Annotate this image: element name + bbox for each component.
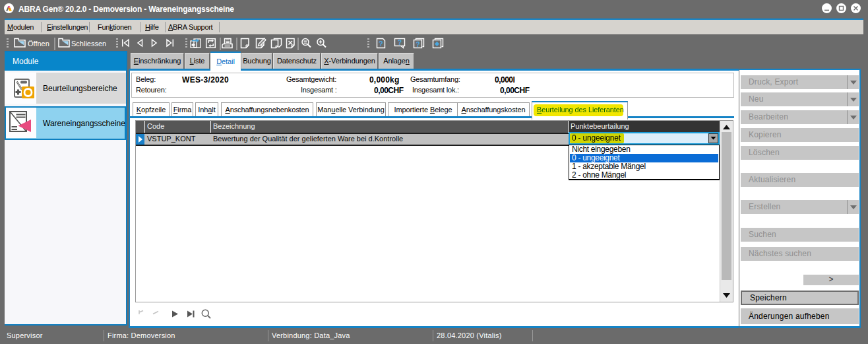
svg-text:?: ? (398, 39, 402, 46)
svg-text:?: ? (379, 40, 383, 48)
svg-text:?: ? (416, 41, 420, 48)
